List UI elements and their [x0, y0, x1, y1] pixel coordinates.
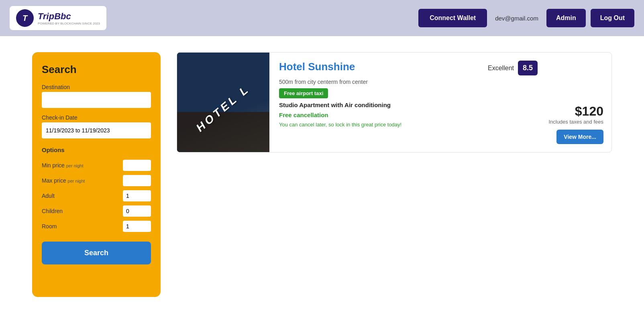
connect-wallet-button[interactable]: Connect Wallet: [418, 9, 487, 27]
hotel-rating-block: Excellent 8.5: [488, 61, 538, 75]
admin-button[interactable]: Admin: [546, 9, 586, 27]
room-row: Room: [42, 221, 151, 232]
hotel-cancel-note: You can cancel later, so lock in this gr…: [279, 122, 538, 128]
user-email: dev@gmail.com: [495, 15, 538, 22]
room-input[interactable]: [123, 221, 151, 232]
children-label: Children: [42, 208, 63, 214]
hotel-name: Hotel Sunshine: [279, 61, 355, 73]
destination-label: Destination: [42, 84, 151, 90]
hotel-card: HOTEL L Hotel Sunshine Excellent 8.5 500…: [177, 52, 612, 152]
main-content: Search Destination Check-in Date Options…: [0, 36, 644, 313]
options-label: Options: [42, 146, 151, 153]
checkin-field-group: Check-in Date: [42, 114, 151, 138]
search-panel: Search Destination Check-in Date Options…: [32, 52, 161, 297]
logout-button[interactable]: Log Out: [591, 9, 634, 27]
adult-label: Adult: [42, 193, 55, 199]
hotel-free-cancel: Free cancellation: [279, 112, 538, 118]
hotel-info: Hotel Sunshine Excellent 8.5 500m from c…: [269, 53, 547, 152]
children-row: Children: [42, 205, 151, 217]
destination-field-group: Destination: [42, 84, 151, 108]
header-nav: Connect Wallet dev@gmail.com Admin Log O…: [418, 9, 634, 27]
children-input[interactable]: [123, 205, 151, 217]
results-area: HOTEL L Hotel Sunshine Excellent 8.5 500…: [177, 52, 612, 297]
hotel-price-note: Includes taxes and fees: [548, 119, 603, 125]
view-more-button[interactable]: View More...: [556, 130, 603, 144]
header: T TripBbc POWERED BY BLOCKCHAIN SINCE 20…: [0, 0, 644, 36]
checkin-label: Check-in Date: [42, 114, 151, 121]
min-price-label: Min price per night: [42, 162, 84, 169]
adult-input[interactable]: [123, 190, 151, 201]
search-button[interactable]: Search: [42, 242, 151, 264]
options-grid: Min price per night Max price per night …: [42, 160, 151, 232]
logo-name: TripBbc: [38, 11, 71, 21]
logo-icon: T: [16, 9, 34, 27]
search-title: Search: [42, 63, 151, 76]
hotel-room-type: Studio Apartment with Air conditioning: [279, 102, 538, 108]
min-price-input[interactable]: [123, 160, 151, 171]
logo-sub: POWERED BY BLOCKCHAIN SINCE 2023: [38, 22, 100, 25]
logo: T TripBbc POWERED BY BLOCKCHAIN SINCE 20…: [10, 6, 106, 30]
max-price-row: Max price per night: [42, 175, 151, 186]
max-price-input[interactable]: [123, 175, 151, 186]
hotel-image: HOTEL L: [177, 53, 269, 152]
hotel-badge: Free airport taxi: [279, 88, 328, 98]
adult-row: Adult: [42, 190, 151, 201]
hotel-building-decoration: [177, 112, 269, 152]
destination-input[interactable]: [42, 92, 151, 108]
max-price-label: Max price per night: [42, 177, 85, 184]
hotel-price-block: $120 Includes taxes and fees View More..…: [547, 53, 611, 152]
hotel-distance: 500m from city centerm from center: [279, 79, 538, 85]
hotel-score: 8.5: [518, 61, 538, 75]
hotel-price: $120: [575, 104, 603, 119]
room-label: Room: [42, 223, 57, 230]
checkin-input[interactable]: [42, 122, 151, 138]
min-price-row: Min price per night: [42, 160, 151, 171]
hotel-rating-text: Excellent: [488, 65, 514, 72]
